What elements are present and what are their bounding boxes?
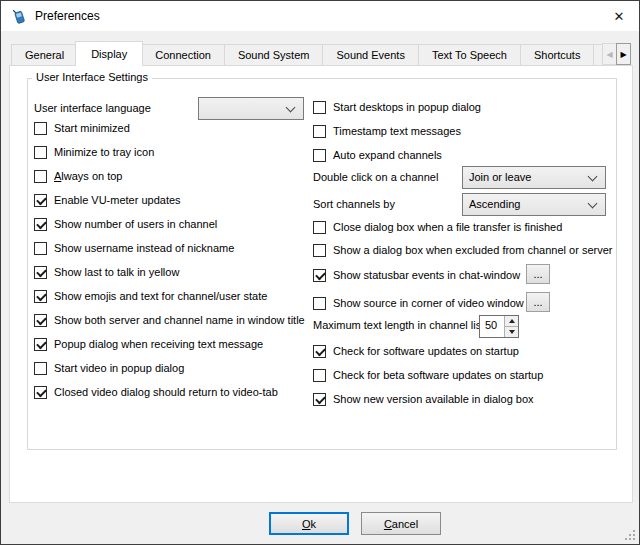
statusbar-events-config-button[interactable]: ...: [526, 264, 550, 284]
checkbox-label[interactable]: Show both server and channel name in win…: [54, 314, 305, 326]
row-show-emojis-and-text[interactable]: Show emojis and text for channel/user st…: [34, 284, 305, 308]
spinbox-value[interactable]: 50: [480, 316, 504, 337]
row-show-statusbar-events[interactable]: Show statusbar events in chat-window: [313, 267, 520, 283]
chevron-down-icon: [588, 172, 598, 182]
checkbox[interactable]: [34, 362, 47, 375]
checkbox[interactable]: [313, 269, 326, 282]
checkbox-label[interactable]: Show username instead of nickname: [54, 242, 234, 254]
row-auto-expand-channels[interactable]: Auto expand channels: [313, 143, 481, 167]
right-top-checkbox-list: Start desktops in popup dialog Timestamp…: [313, 95, 481, 167]
sort-channels-value: Ascending: [469, 198, 520, 210]
checkbox[interactable]: [313, 125, 326, 138]
row-close-dialog-file-transfer[interactable]: Close dialog box when a file transfer is…: [313, 219, 562, 235]
close-button[interactable]: ✕: [603, 1, 635, 31]
row-show-source-in-video-window[interactable]: Show source in corner of video window: [313, 295, 524, 311]
checkbox[interactable]: [34, 218, 47, 231]
row-show-new-version-dialog[interactable]: Show new version available in dialog box: [313, 387, 543, 411]
checkbox-label[interactable]: Show number of users in channel: [54, 218, 217, 230]
checkbox-label[interactable]: Auto expand channels: [333, 149, 442, 161]
checkbox[interactable]: [34, 338, 47, 351]
checkbox-label[interactable]: Show emojis and text for channel/user st…: [54, 290, 267, 302]
checkbox-label[interactable]: Show new version available in dialog box: [333, 393, 534, 405]
spin-up-icon: [509, 319, 515, 323]
resize-grip-icon[interactable]: [625, 530, 627, 532]
ok-button[interactable]: Ok: [269, 512, 349, 535]
row-timestamp-text-messages[interactable]: Timestamp text messages: [313, 119, 481, 143]
checkbox-label[interactable]: Check for beta software updates on start…: [333, 369, 543, 381]
app-logo-icon: [11, 8, 27, 24]
checkbox-label[interactable]: Always on top: [54, 170, 123, 182]
row-start-video-in-popup-dialog[interactable]: Start video in popup dialog: [34, 356, 305, 380]
tab-scroll-right-button[interactable]: ▶: [616, 43, 631, 65]
checkbox-label[interactable]: Show a dialog box when excluded from cha…: [333, 244, 612, 256]
checkbox-label[interactable]: Close dialog box when a file transfer is…: [333, 221, 562, 233]
tab-shortcuts[interactable]: Shortcuts: [520, 44, 594, 66]
group-title: User Interface Settings: [32, 71, 152, 83]
window-title: Preferences: [35, 1, 100, 31]
tab-connection[interactable]: Connection: [141, 44, 225, 66]
row-minimize-to-tray-icon[interactable]: Minimize to tray icon: [34, 140, 305, 164]
checkbox[interactable]: [34, 146, 47, 159]
row-show-last-to-talk-in-yellow[interactable]: Show last to talk in yellow: [34, 260, 305, 284]
cancel-button[interactable]: Cancel: [361, 512, 441, 535]
checkbox-label[interactable]: Show last to talk in yellow: [54, 266, 179, 278]
row-check-beta-software-updates[interactable]: Check for beta software updates on start…: [313, 363, 543, 387]
checkbox[interactable]: [34, 314, 47, 327]
row-show-server-and-channel-in-title[interactable]: Show both server and channel name in win…: [34, 308, 305, 332]
sort-channels-by-select[interactable]: Ascending: [462, 193, 606, 216]
checkbox[interactable]: [313, 149, 326, 162]
row-show-number-of-users-in-channel[interactable]: Show number of users in channel: [34, 212, 305, 236]
checkbox-label[interactable]: Closed video dialog should return to vid…: [54, 386, 278, 398]
spin-up-button[interactable]: [505, 316, 518, 327]
row-enable-vu-meter-updates[interactable]: Enable VU-meter updates: [34, 188, 305, 212]
checkbox-label[interactable]: Start video in popup dialog: [54, 362, 184, 374]
row-check-software-updates[interactable]: Check for software updates on startup: [313, 339, 543, 363]
checkbox-label[interactable]: Timestamp text messages: [333, 125, 461, 137]
checkbox-label[interactable]: Start minimized: [54, 122, 130, 134]
checkbox[interactable]: [313, 221, 326, 234]
row-show-username-instead-of-nickname[interactable]: Show username instead of nickname: [34, 236, 305, 260]
tab-sound-events[interactable]: Sound Events: [322, 44, 419, 66]
checkbox[interactable]: [34, 386, 47, 399]
spin-down-icon: [509, 330, 515, 334]
checkbox-label[interactable]: Enable VU-meter updates: [54, 194, 181, 206]
checkbox[interactable]: [34, 170, 47, 183]
max-text-length-spinbox[interactable]: 50: [479, 315, 519, 338]
row-show-dialog-when-excluded[interactable]: Show a dialog box when excluded from cha…: [313, 242, 612, 258]
tab-general[interactable]: General: [11, 44, 78, 66]
checkbox[interactable]: [313, 393, 326, 406]
checkbox-label[interactable]: Show source in corner of video window: [333, 297, 524, 309]
tab-text-to-speech[interactable]: Text To Speech: [418, 44, 521, 66]
checkbox[interactable]: [34, 122, 47, 135]
row-start-minimized[interactable]: Start minimized: [34, 116, 305, 140]
double-click-value: Join or leave: [469, 171, 531, 183]
max-text-length-label: Maximum text length in channel list: [313, 319, 484, 331]
tab-display[interactable]: Display: [75, 41, 143, 66]
checkbox[interactable]: [313, 297, 326, 310]
sort-channels-label: Sort channels by: [313, 193, 395, 216]
checkbox-label[interactable]: Start desktops in popup dialog: [333, 101, 481, 113]
checkbox[interactable]: [34, 242, 47, 255]
checkbox[interactable]: [34, 290, 47, 303]
checkbox[interactable]: [313, 345, 326, 358]
checkbox[interactable]: [313, 369, 326, 382]
row-closed-video-return-to-video-tab[interactable]: Closed video dialog should return to vid…: [34, 380, 305, 404]
checkbox-label[interactable]: Check for software updates on startup: [333, 345, 519, 357]
tab-scroll-left-button[interactable]: ◀: [602, 43, 617, 65]
row-popup-dialog-text-message[interactable]: Popup dialog when receiving text message: [34, 332, 305, 356]
double-click-channel-select[interactable]: Join or leave: [462, 166, 606, 189]
titlebar[interactable]: Preferences ✕: [1, 1, 639, 31]
checkbox[interactable]: [313, 101, 326, 114]
checkbox-label[interactable]: Popup dialog when receiving text message: [54, 338, 263, 350]
checkbox[interactable]: [313, 244, 326, 257]
checkbox[interactable]: [34, 266, 47, 279]
tab-sound-system[interactable]: Sound System: [224, 44, 324, 66]
checkbox-label[interactable]: Show statusbar events in chat-window: [333, 269, 520, 281]
row-always-on-top[interactable]: Always on top: [34, 164, 305, 188]
checkbox-label[interactable]: Minimize to tray icon: [54, 146, 154, 158]
spin-down-button[interactable]: [505, 327, 518, 337]
checkbox[interactable]: [34, 194, 47, 207]
row-start-desktops-in-popup-dialog[interactable]: Start desktops in popup dialog: [313, 95, 481, 119]
video-source-config-button[interactable]: ...: [526, 292, 550, 312]
left-checkbox-list: Start minimized Minimize to tray icon Al…: [34, 116, 305, 404]
